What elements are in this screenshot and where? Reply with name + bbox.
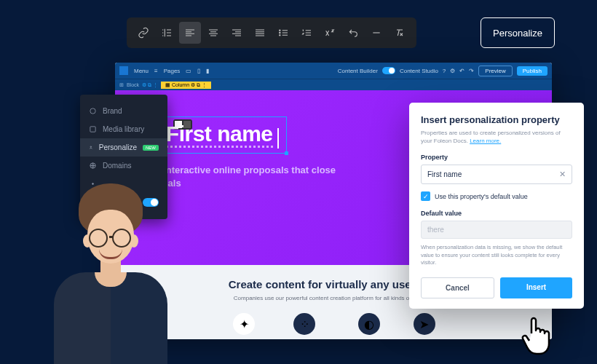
svg-point-5 [90, 146, 91, 147]
publish-button[interactable]: Publish [517, 66, 547, 76]
list-numbered-icon[interactable] [296, 22, 317, 44]
column-crumb[interactable]: Column [172, 82, 189, 87]
dots-icon: ⁘ [293, 313, 315, 335]
svg-point-3 [90, 108, 95, 114]
svg-point-0 [280, 30, 280, 31]
personalize-icon [89, 143, 93, 151]
align-justify-icon[interactable] [249, 22, 271, 44]
help-icon[interactable]: ? [443, 68, 446, 74]
brand-icon [89, 107, 97, 115]
line-height-icon[interactable] [156, 22, 178, 44]
svg-rect-4 [90, 127, 95, 132]
media-icon [89, 125, 97, 133]
card-news[interactable]: ◐Newsletters [353, 313, 386, 339]
text-cursor [277, 128, 279, 149]
desktop-icon[interactable]: ▭ [186, 68, 191, 74]
modal-hint: When personalization data is missing, we… [421, 244, 572, 267]
modal-desc: Properties are used to create personaliz… [421, 129, 572, 145]
default-input[interactable]: there [421, 221, 572, 239]
svg-point-1 [280, 32, 280, 33]
block-crumb[interactable]: Block [127, 82, 139, 87]
checkbox-icon[interactable]: ✓ [421, 191, 430, 201]
horizontal-rule-icon[interactable] [365, 22, 387, 44]
mode-toggle[interactable] [382, 67, 395, 74]
editor-topbar: Menu ≡ Pages ▭ ▯ ▮ Content Builder Conte… [115, 63, 552, 79]
property-label: Property [421, 154, 572, 161]
person-photo [44, 175, 175, 364]
link-icon[interactable] [133, 22, 154, 44]
sidebar-item-brand[interactable]: Brand [80, 102, 167, 120]
learn-more-link[interactable]: Learn more. [470, 138, 501, 144]
undo-editor-icon[interactable]: ↶ [459, 68, 464, 74]
mobile-icon[interactable]: ▮ [206, 68, 209, 74]
hand-cursor-icon [517, 313, 553, 357]
studio-label: Content Studio [400, 68, 438, 74]
align-left-icon[interactable] [179, 22, 201, 44]
pinwheel-icon: ✦ [233, 313, 255, 335]
align-right-icon[interactable] [226, 22, 248, 44]
personalize-button[interactable]: Personalize [481, 17, 555, 48]
svg-point-2 [280, 35, 280, 36]
clear-format-icon[interactable] [389, 22, 411, 44]
card-catalogs[interactable]: ✦Catalogs [232, 313, 256, 339]
moon-icon: ◐ [358, 313, 380, 335]
insert-button[interactable]: Insert [500, 277, 572, 298]
send-icon: ➤ [414, 313, 435, 335]
personalization-modal: Insert personalization property Properti… [409, 103, 584, 309]
editor-breadcrumb: ⊞Block ⚙ ⧉ ⋮ ▦ Column ⚙ ⧉ ⋮ [115, 79, 552, 90]
superscript-icon[interactable] [319, 22, 341, 44]
default-label: Default value [421, 210, 572, 217]
sidebar-item-domains[interactable]: Domains [80, 157, 167, 175]
undo-icon[interactable] [342, 22, 364, 44]
default-checkbox-row[interactable]: ✓Use this property's default value [421, 191, 572, 201]
tablet-icon[interactable]: ▯ [197, 68, 200, 74]
sidebar-item-media[interactable]: Media library [80, 120, 167, 138]
formatting-toolbar [127, 17, 416, 48]
preview-button[interactable]: Preview [478, 66, 512, 76]
redo-editor-icon[interactable]: ↷ [469, 68, 474, 74]
sidebar-item-personalize[interactable]: PersonalizeNEW [80, 138, 167, 157]
hero-token[interactable]: First name [166, 122, 273, 148]
align-center-icon[interactable] [202, 22, 224, 44]
modal-title: Insert personalization property [421, 114, 572, 125]
cancel-button[interactable]: Cancel [421, 277, 494, 298]
card-more[interactable]: ➤ [414, 313, 435, 339]
card-reports[interactable]: ⁘Annual reports [284, 313, 325, 339]
pages-label[interactable]: Pages [164, 68, 181, 74]
list-bullet-icon[interactable] [272, 22, 294, 44]
mode-label: Content Builder [338, 68, 378, 74]
new-badge: NEW [143, 145, 159, 151]
property-input[interactable]: First name✕ [421, 165, 572, 184]
menu-label[interactable]: Menu [134, 68, 149, 74]
globe-icon [89, 162, 97, 170]
settings-icon[interactable]: ⚙ [450, 68, 455, 74]
clear-icon[interactable]: ✕ [559, 170, 566, 179]
app-logo-icon [119, 66, 128, 75]
